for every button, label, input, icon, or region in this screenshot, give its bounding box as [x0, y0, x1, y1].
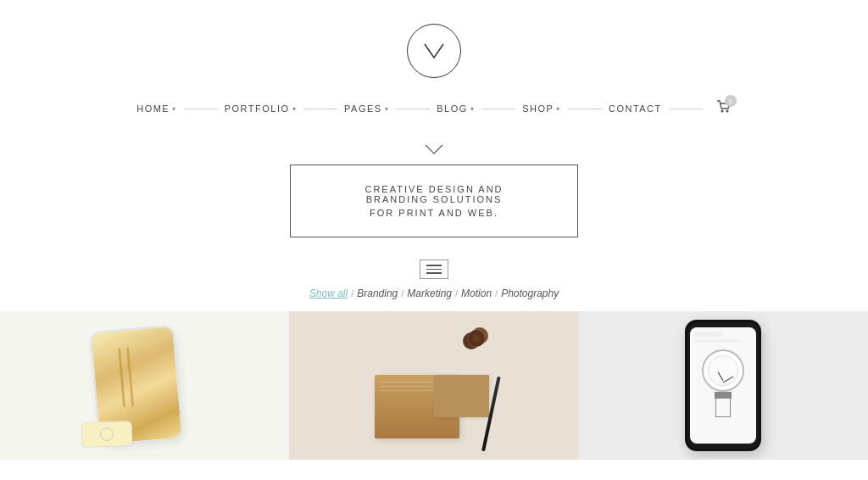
svg-point-1: [726, 110, 728, 113]
nav-contact[interactable]: CONTACT: [609, 103, 662, 114]
nav-divider-6: [669, 109, 703, 109]
hamburger-menu-button[interactable]: [0, 260, 868, 279]
decorative-triangle-icon: [425, 144, 443, 156]
filter-photography[interactable]: Photography: [501, 287, 559, 299]
nav-shop[interactable]: SHOP ▾: [522, 103, 561, 114]
chevron-down-icon: ▾: [470, 105, 476, 113]
main-nav: HOME ▾ PORTFOLIO ▾ PAGES ▾ BLOG ▾ SHOP ▾…: [0, 93, 868, 129]
chevron-down-icon: ▾: [292, 105, 298, 113]
nav-portfolio[interactable]: PORTFOLIO ▾: [225, 103, 297, 114]
hero-section: CREATIVE DESIGN AND BRANDING SOLUTIONS F…: [0, 129, 868, 246]
portfolio-item-2[interactable]: [289, 311, 578, 460]
chevron-down-icon: ▾: [172, 105, 177, 113]
filter-show-all[interactable]: Show all: [309, 287, 348, 299]
filter-motion[interactable]: Motion: [461, 287, 492, 299]
cart-count: 0: [725, 95, 737, 107]
logo[interactable]: [407, 24, 461, 78]
hero-line-2: FOR PRINT AND WEB.: [342, 208, 526, 218]
logo-icon: [421, 41, 447, 61]
chevron-down-icon: ▾: [385, 105, 390, 113]
hamburger-icon: [420, 260, 448, 279]
nav-divider-1: [184, 109, 218, 109]
nav-home[interactable]: HOME ▾: [136, 103, 177, 114]
header: [0, 0, 868, 93]
cart-button[interactable]: 0: [716, 100, 732, 117]
svg-point-0: [721, 110, 723, 113]
nav-blog[interactable]: BLOG ▾: [437, 103, 475, 114]
portfolio-filter: Show all / Branding / Marketing / Motion…: [0, 287, 868, 299]
chevron-down-icon: ▾: [556, 105, 561, 113]
nav-pages[interactable]: PAGES ▾: [344, 103, 389, 114]
nav-divider-2: [303, 109, 337, 109]
portfolio-grid: [0, 311, 868, 460]
portfolio-item-3[interactable]: [579, 311, 868, 460]
filter-marketing[interactable]: Marketing: [407, 287, 452, 299]
nav-divider-3: [396, 109, 430, 109]
nav-divider-5: [568, 109, 602, 109]
portfolio-item-1[interactable]: [0, 311, 289, 460]
filter-branding[interactable]: Branding: [357, 287, 398, 299]
hero-line-1: CREATIVE DESIGN AND BRANDING SOLUTIONS: [342, 184, 526, 204]
nav-divider-4: [481, 109, 515, 109]
hero-tagline-box: CREATIVE DESIGN AND BRANDING SOLUTIONS F…: [290, 165, 578, 237]
